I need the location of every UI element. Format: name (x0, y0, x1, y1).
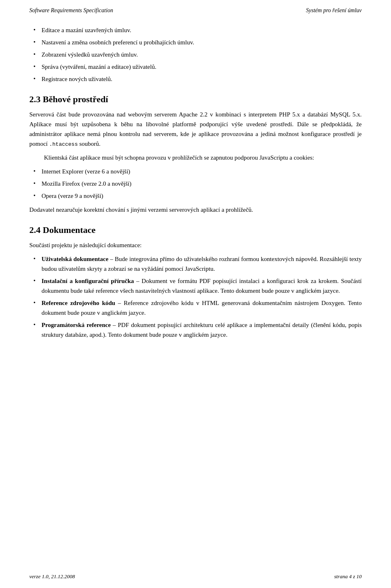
list-item: Instalační a konfigurační příručka – Dok… (29, 276, 362, 296)
page-footer: verze 1.0, 21.12.2008 strana 4 z 10 (29, 573, 362, 580)
section-24-intro: Součástí projektu je následující dokumen… (29, 240, 362, 250)
documentation-list: Uživatelská dokumentace – Bude integrová… (29, 254, 362, 340)
doc-term-3: Reference zdrojového kódu (42, 300, 115, 306)
footer-left: verze 1.0, 21.12.2008 (29, 573, 75, 580)
list-item: Editace a mazání uzavřených úmluv. (29, 25, 362, 35)
list-item: Mozilla Firefox (verze 2.0 a novější) (29, 179, 362, 189)
browsers-list: Internet Explorer (verze 6 a novější) Mo… (29, 167, 362, 201)
list-item: Registrace nových uživatelů. (29, 74, 362, 84)
list-item: Reference zdrojového kódu – Reference zd… (29, 298, 362, 318)
list-item: Programátorská reference – PDF dokument … (29, 320, 362, 340)
list-item: Uživatelská dokumentace – Bude integrová… (29, 254, 362, 274)
footer-right: strana 4 z 10 (334, 573, 362, 580)
list-item: Nastavení a změna osobních preferencí u … (29, 37, 362, 47)
section-23-warning: Dodavatel nezaručuje korektní chování s … (29, 205, 362, 215)
section-23-heading: 2.3 Běhové prostředí (29, 94, 362, 105)
header-right: Systém pro řešení úmluv (306, 7, 362, 14)
section-24-heading: 2.4 Dokumentace (29, 224, 362, 236)
doc-term-4: Programátorská reference (42, 322, 111, 328)
page-header: Software Requirements Specification Syst… (29, 0, 362, 18)
page: Software Requirements Specification Syst… (0, 0, 391, 588)
content-area: Editace a mazání uzavřených úmluv. Nasta… (29, 25, 362, 368)
list-item: Internet Explorer (verze 6 a novější) (29, 167, 362, 176)
intro-bullet-list: Editace a mazání uzavřených úmluv. Nasta… (29, 25, 362, 84)
list-item: Správa (vytváření, mazání a editace) uži… (29, 62, 362, 72)
section-23-para1: Serverová část bude provozována nad webo… (29, 110, 362, 149)
list-item: Opera (verze 9 a novější) (29, 191, 362, 201)
doc-term-1: Uživatelská dokumentace (42, 256, 108, 262)
doc-term-2: Instalační a konfigurační příručka (42, 278, 134, 284)
header-left: Software Requirements Specification (29, 7, 113, 14)
list-item: Zobrazení výsledků uzavřených úmluv. (29, 50, 362, 59)
section-23-para2: Klientská část aplikace musí být schopna… (29, 153, 362, 162)
